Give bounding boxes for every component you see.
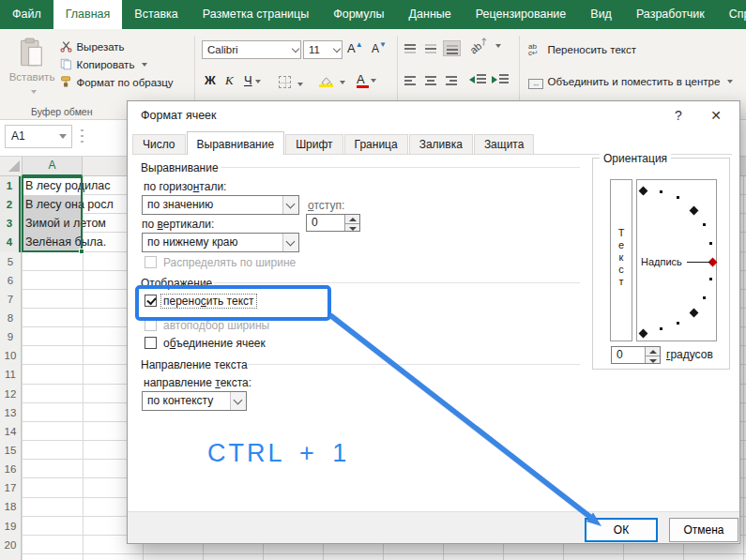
bold-button[interactable]: Ж [205,73,216,87]
tab-data[interactable]: Данные [397,0,464,29]
tab-developer[interactable]: Разработчик [624,0,717,29]
align-center-button[interactable] [422,72,440,88]
orientation-dot[interactable] [677,322,679,325]
cut-button[interactable]: Вырезать [60,38,125,52]
tab-view[interactable]: Вид [578,0,624,29]
text-direction-dropdown[interactable]: по контексту [142,391,247,411]
degrees-spinner-buttons[interactable] [645,347,660,363]
row-number[interactable]: 5 [0,252,21,271]
row-number[interactable]: 18 [0,497,21,516]
dialog-tab-number[interactable]: Число [132,134,186,155]
row-number[interactable]: 4 [0,233,21,251]
font-size-combo[interactable]: 11 [303,40,343,59]
orientation-diamond[interactable] [639,187,648,196]
tab-insert[interactable]: Вставка [122,0,190,29]
tab-home[interactable]: Главная [53,0,123,29]
orientation-text-box[interactable]: Текст [610,179,632,341]
cancel-button[interactable]: Отмена [669,518,738,542]
orientation-dot[interactable] [703,296,706,299]
tab-review[interactable]: Рецензирование [464,0,579,29]
align-middle-button[interactable] [422,40,440,56]
merge-cells-checkbox[interactable] [145,337,157,349]
row-number[interactable]: 2 [0,195,21,214]
wrap-text-button[interactable]: abc↵ Переносить текст [528,40,636,55]
fill-color-button[interactable] [319,73,345,90]
merge-center-button[interactable]: ↔ Объединить и поместить в центре [528,72,733,87]
decrease-indent-button[interactable] [469,72,487,88]
align-left-button[interactable] [402,72,419,88]
tab-page-layout[interactable]: Разметка страницы [190,0,321,29]
dialog-tab-fill[interactable]: Заливка [409,134,473,155]
name-box[interactable]: A1 [5,125,72,148]
borders-button[interactable] [279,75,303,92]
row-number[interactable]: 16 [0,460,21,478]
justify-distributed-checkbox[interactable] [145,256,157,268]
indent-spinner[interactable]: 0 [306,214,360,232]
orientation-dot[interactable] [660,190,662,193]
indent-spinner-buttons[interactable] [344,215,359,231]
orientation-dot[interactable] [677,196,679,199]
font-color-button[interactable]: А [357,72,376,86]
increase-indent-button[interactable] [492,72,510,88]
orientation-button[interactable]: ab↗ [469,39,501,52]
row-number[interactable]: 19 [0,517,21,536]
row-number[interactable]: 13 [0,403,21,422]
horizontal-align-dropdown[interactable]: по значению [142,195,299,215]
row-number[interactable]: 7 [0,290,21,309]
row-number[interactable]: 10 [0,346,21,365]
orientation-diamond[interactable] [690,309,699,318]
row-number[interactable]: 3 [0,214,21,233]
align-top-button[interactable] [402,40,419,56]
dialog-tab-alignment[interactable]: Выравнивание [187,131,285,155]
font-name-combo[interactable]: Calibri [202,40,301,59]
orientation-diamond[interactable] [639,329,648,339]
tab-help[interactable]: Справ [717,0,746,29]
tab-file[interactable]: Файл [0,0,53,29]
dialog-tab-protection[interactable]: Защита [474,134,535,155]
column-header-a[interactable]: А [22,157,83,176]
align-bottom-button[interactable] [443,40,461,56]
spinner-up-icon[interactable] [345,215,359,223]
row-number[interactable]: 14 [0,422,21,441]
vertical-align-dropdown-button[interactable] [282,234,298,251]
row-number[interactable]: 6 [0,271,21,290]
spinner-down-icon[interactable] [646,356,660,364]
copy-button[interactable]: Копировать [60,55,147,69]
horizontal-align-dropdown-button[interactable] [282,196,298,214]
row-number[interactable]: 9 [0,327,21,346]
align-right-button[interactable] [443,72,461,88]
row-number[interactable]: 1 [0,176,21,195]
underline-button[interactable]: Ч [244,73,261,87]
orientation-diamond[interactable] [690,206,699,216]
orientation-dot[interactable] [709,278,712,280]
select-all-corner[interactable] [8,160,20,172]
dialog-tab-font[interactable]: Шрифт [285,134,343,155]
row-number[interactable]: 8 [0,309,21,327]
orientation-dot[interactable] [660,327,662,330]
format-painter-button[interactable]: Формат по образцу [60,73,174,87]
spinner-up-icon[interactable] [646,347,660,356]
row-number[interactable]: 17 [0,478,21,497]
orientation-dot[interactable] [703,223,706,226]
degrees-spinner[interactable]: 0 [611,346,661,364]
row-number[interactable]: 12 [0,385,21,403]
orientation-dial-box[interactable]: Надпись [636,179,717,341]
fill-handle[interactable] [79,249,84,254]
dialog-tab-border[interactable]: Граница [344,134,408,155]
tab-formulas[interactable]: Формулы [321,0,396,29]
orientation-dot[interactable] [709,242,712,245]
spinner-down-icon[interactable] [345,223,359,232]
row-number[interactable]: 20 [0,536,21,554]
paste-button[interactable]: Вставить [8,36,56,113]
dialog-help-button[interactable]: ? [660,101,697,129]
ok-button[interactable]: ОК [585,518,658,542]
vertical-align-dropdown[interactable]: по нижнему краю [142,233,299,252]
dialog-close-button[interactable]: ✕ [697,101,735,129]
shrink-font-button[interactable]: А▼ [372,40,387,55]
grow-font-button[interactable]: А▲ [347,40,363,55]
row-number[interactable]: 11 [0,365,21,384]
text-direction-dropdown-button[interactable] [230,392,246,410]
formula-bar-grip[interactable] [81,129,84,144]
row-number[interactable]: 15 [0,441,21,460]
italic-button[interactable]: К [225,73,234,88]
